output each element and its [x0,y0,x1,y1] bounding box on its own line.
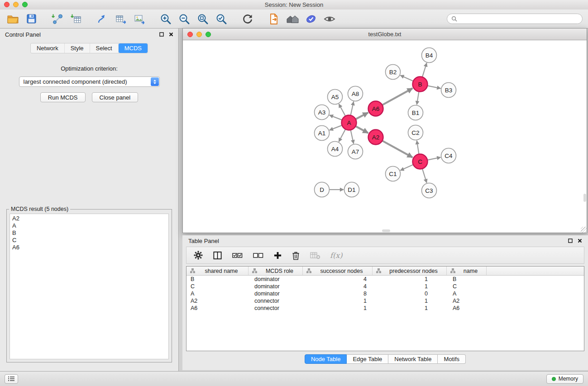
table-cell[interactable]: 1 [303,305,373,312]
run-mcds-button[interactable]: Run MCDS [40,92,86,102]
table-cell[interactable]: A [186,290,249,297]
select-all-button[interactable] [232,251,243,260]
edge-A-A7[interactable] [351,130,354,143]
node-A2[interactable]: A2 [368,130,383,145]
node-B[interactable]: B [413,77,428,92]
edge-A-A8[interactable] [351,102,354,115]
new-network-button[interactable] [95,12,110,26]
node-C4[interactable]: C4 [441,148,456,163]
node-D[interactable]: D [315,182,330,197]
edge-B-B4[interactable] [422,63,427,77]
table-cell[interactable]: B [186,276,249,283]
list-item[interactable]: B [12,229,166,237]
node-C[interactable]: C [413,154,428,169]
table-cell[interactable]: A2 [447,297,487,305]
close-window-icon[interactable] [4,2,10,7]
table-row[interactable]: Bdominator41B [186,276,584,283]
edge-B-B1[interactable] [417,91,419,105]
node-A[interactable]: A [342,115,357,130]
export-table-button[interactable] [114,12,128,26]
table-cell[interactable]: 1 [373,297,447,305]
tab-mcds[interactable]: MCDS [119,43,148,53]
table-cell[interactable]: A6 [447,305,487,312]
zoom-out-button[interactable] [177,12,191,26]
table-cell[interactable]: B [447,276,487,283]
table-cell[interactable]: dominator [249,283,303,290]
search-input[interactable] [460,16,578,22]
column-header-predecessor-nodes[interactable]: predecessor nodes [373,267,447,275]
column-header-name[interactable]: name [447,267,487,275]
node-C2[interactable]: C2 [408,125,423,140]
edge-C-C2[interactable] [417,141,419,154]
node-B3[interactable]: B3 [441,83,456,98]
float-panel-icon[interactable] [568,238,573,243]
edge-C-C3[interactable] [422,169,427,183]
node-A4[interactable]: A4 [328,142,343,157]
document-export-button[interactable] [267,12,281,26]
table-row[interactable]: Cdominator41C [186,283,584,290]
table-cell[interactable]: 8 [303,290,373,297]
resize-grip[interactable] [581,227,587,233]
edge-A-A4[interactable] [339,129,346,142]
check-badge-button[interactable] [304,12,318,26]
houses-button[interactable] [285,12,300,26]
node-A5[interactable]: A5 [328,90,343,105]
refresh-button[interactable] [240,12,255,26]
node-A3[interactable]: A3 [315,105,330,120]
edge-A-A5[interactable] [339,104,346,116]
import-table-button[interactable] [69,12,83,26]
export-image-button[interactable] [132,12,147,26]
list-item[interactable]: A2 [12,215,166,222]
table-row[interactable]: Adominator80A [186,290,584,297]
edge-A6-B[interactable] [382,88,413,105]
edge-A-A6[interactable] [356,113,368,119]
close-panel-icon[interactable] [169,32,173,37]
close-panel-icon[interactable] [578,238,582,243]
horizontal-scrollbar-thumb[interactable] [382,229,390,232]
node-C3[interactable]: C3 [422,183,437,198]
close-window-icon[interactable] [187,32,193,37]
mcds-result-list[interactable]: A2ABCA6 [10,214,169,359]
table-cell[interactable]: connector [249,305,303,312]
task-history-button[interactable] [5,374,18,384]
import-network-button[interactable] [50,12,65,26]
table-cell[interactable]: dominator [249,290,303,297]
edge-A-A2[interactable] [356,126,368,133]
zoom-in-button[interactable] [158,12,173,26]
table-cell[interactable]: A [447,290,487,297]
criterion-dropdown[interactable]: largest connected component (directed) [19,76,160,87]
node-B2[interactable]: B2 [386,65,401,80]
table-settings-button[interactable] [193,250,203,260]
table-cell[interactable]: C [447,283,487,290]
zoom-fit-button[interactable] [196,12,210,26]
delete-column-button[interactable] [292,251,300,260]
table-cell[interactable]: A6 [186,305,249,312]
list-item[interactable]: C [12,237,166,244]
tab-select[interactable]: Select [90,43,119,53]
unselect-all-button[interactable] [253,251,264,260]
clear-table-button[interactable] [310,251,320,260]
maximize-window-icon[interactable] [22,2,28,7]
tab-network[interactable]: Network [31,43,65,53]
table-cell[interactable]: 4 [303,276,373,283]
edge-A-A3[interactable] [330,115,342,120]
eye-button[interactable] [322,12,337,26]
list-item[interactable]: A [12,222,166,229]
table-cell[interactable]: A2 [186,297,249,305]
node-A6[interactable]: A6 [368,101,383,116]
table-row[interactable]: A2connector11A2 [186,297,584,305]
open-session-button[interactable] [5,12,20,26]
tab-network-table[interactable]: Network Table [388,354,438,364]
node-C1[interactable]: C1 [386,167,401,181]
vertical-scrollbar-thumb[interactable] [583,194,586,202]
table-cell[interactable]: connector [249,297,303,305]
table-cell[interactable]: C [186,283,249,290]
zoom-selected-button[interactable] [214,12,229,26]
node-A7[interactable]: A7 [348,144,363,159]
search-box[interactable] [447,14,583,24]
tab-edge-table[interactable]: Edge Table [347,354,388,364]
node-D1[interactable]: D1 [344,182,359,197]
table-cell[interactable]: 1 [373,276,447,283]
column-header-MCDS-role[interactable]: MCDS role [249,267,303,275]
network-window-titlebar[interactable]: testGlobe.txt [183,29,587,40]
